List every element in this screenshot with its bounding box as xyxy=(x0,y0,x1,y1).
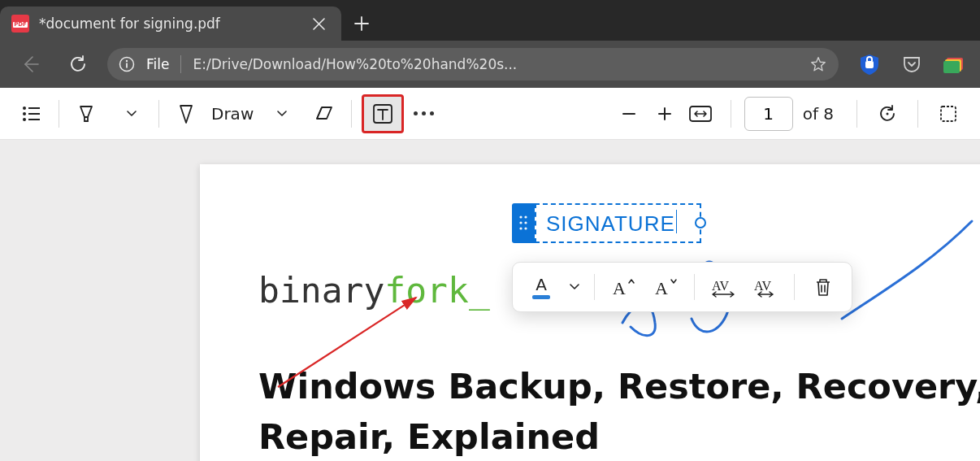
delete-annotation-button[interactable] xyxy=(804,271,842,303)
scheme-label: File xyxy=(146,56,169,72)
svg-point-7 xyxy=(23,107,26,110)
close-tab-button[interactable] xyxy=(307,18,330,30)
page-view-button[interactable] xyxy=(931,97,965,131)
text-annotation-box[interactable]: SIGNATURE xyxy=(512,203,701,243)
text-format-popup: A A A AV AV xyxy=(512,262,852,312)
decrease-font-button[interactable]: A xyxy=(647,271,684,303)
svg-text:A: A xyxy=(613,278,626,298)
page-total-label: of 8 xyxy=(803,104,834,124)
add-text-button[interactable] xyxy=(362,94,404,133)
increase-spacing-button[interactable]: AV xyxy=(705,271,742,303)
article-heading: Windows Backup, Restore, Recovery, Repai… xyxy=(258,361,980,461)
svg-rect-2 xyxy=(126,63,128,68)
omnibox[interactable]: File E:/Drive/Download/How%20to%20hand%2… xyxy=(107,48,839,80)
extension-pocket-icon[interactable] xyxy=(892,46,931,82)
browser-tab[interactable]: *document for signing.pdf xyxy=(0,7,341,41)
logo: binaryfork_ xyxy=(258,270,490,311)
svg-rect-12 xyxy=(28,119,40,120)
svg-rect-3 xyxy=(865,61,874,68)
toolbar-separator xyxy=(856,100,857,128)
extension-shield-icon[interactable] xyxy=(850,46,889,82)
pdf-toolbar: Draw 1 of 8 xyxy=(0,88,980,140)
fit-width-button[interactable] xyxy=(683,97,718,131)
back-button[interactable] xyxy=(7,46,52,82)
svg-rect-10 xyxy=(28,113,40,115)
extension-folder-icon[interactable] xyxy=(934,46,973,82)
svg-point-18 xyxy=(524,216,527,219)
draw-menu-button[interactable] xyxy=(265,97,299,131)
toolbar-separator xyxy=(59,100,59,128)
omnibox-separator xyxy=(180,55,181,73)
toolbar-separator xyxy=(158,100,159,128)
text-color-button[interactable]: A xyxy=(523,271,560,303)
toolbar-separator xyxy=(351,100,352,128)
highlighter-button[interactable] xyxy=(69,97,103,131)
info-icon xyxy=(119,56,135,72)
svg-point-19 xyxy=(519,222,522,224)
format-separator xyxy=(594,274,595,300)
highlighter-menu-button[interactable] xyxy=(115,97,149,131)
address-bar: File E:/Drive/Download/How%20to%20hand%2… xyxy=(0,41,980,88)
svg-point-20 xyxy=(524,222,527,224)
more-tools-button[interactable] xyxy=(414,111,434,115)
resize-handle-icon[interactable] xyxy=(695,217,706,228)
svg-text:A: A xyxy=(655,278,668,298)
text-color-menu-button[interactable] xyxy=(565,284,584,290)
svg-point-22 xyxy=(524,228,527,230)
text-annotation-input[interactable]: SIGNATURE xyxy=(535,203,701,243)
tab-title: *document for signing.pdf xyxy=(39,15,297,32)
svg-point-15 xyxy=(887,112,889,115)
decrease-spacing-button[interactable]: AV xyxy=(747,271,784,303)
draw-label: Draw xyxy=(211,104,254,124)
svg-point-21 xyxy=(519,228,522,230)
zoom-out-button[interactable] xyxy=(612,97,646,131)
new-tab-button[interactable] xyxy=(341,7,382,41)
tab-strip: *document for signing.pdf xyxy=(0,0,980,41)
eraser-button[interactable] xyxy=(307,97,341,131)
svg-rect-6 xyxy=(943,61,960,73)
format-separator xyxy=(794,274,795,300)
svg-text:AV: AV xyxy=(712,279,729,293)
toolbar-separator xyxy=(731,100,731,128)
svg-rect-8 xyxy=(28,107,40,109)
url-text: E:/Drive/Download/How%20to%20hand%20s... xyxy=(193,56,798,72)
increase-font-button[interactable]: A xyxy=(605,271,642,303)
svg-point-17 xyxy=(519,216,522,219)
rotate-button[interactable] xyxy=(870,97,904,131)
svg-point-11 xyxy=(23,118,26,121)
svg-point-9 xyxy=(23,112,26,115)
page-number-input[interactable]: 1 xyxy=(744,97,793,131)
favorite-button[interactable] xyxy=(809,55,827,73)
pdf-icon xyxy=(11,15,29,33)
toolbar-separator xyxy=(917,100,918,128)
zoom-in-button[interactable] xyxy=(648,97,682,131)
contents-button[interactable] xyxy=(15,97,49,131)
svg-point-1 xyxy=(126,60,128,62)
pen-button[interactable] xyxy=(169,97,203,131)
format-separator xyxy=(694,274,695,300)
drag-handle-icon[interactable] xyxy=(512,203,535,243)
reload-button[interactable] xyxy=(55,46,101,82)
svg-text:AV: AV xyxy=(754,279,771,293)
svg-rect-16 xyxy=(941,107,956,121)
